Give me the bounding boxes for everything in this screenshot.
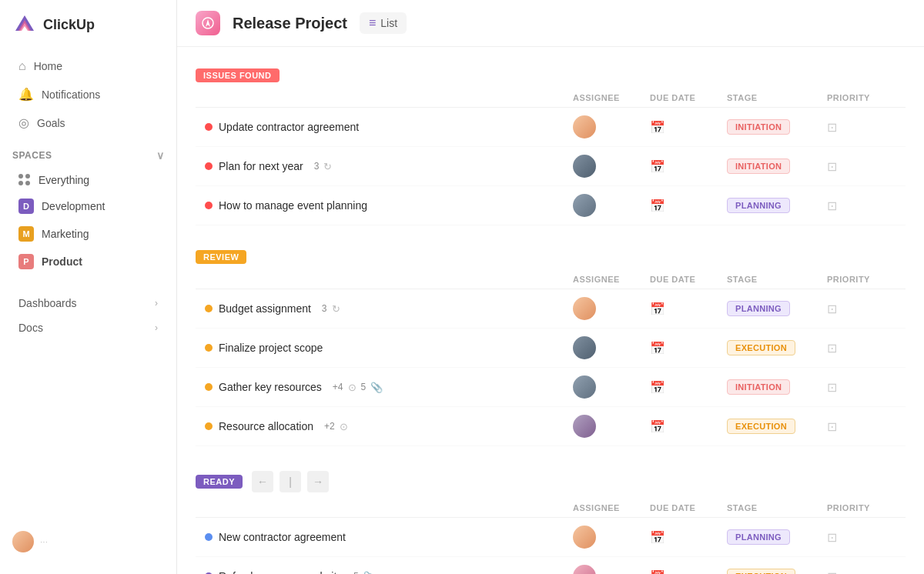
table-row[interactable]: Plan for next year 3 ↻ 📅 INITIATION ⊡ xyxy=(196,147,906,186)
task-priority: ⊡ xyxy=(827,419,896,434)
task-name: Plan for next year 3 ↻ xyxy=(205,160,573,172)
avatar xyxy=(573,526,596,549)
task-meta: 3 ↻ xyxy=(322,303,340,315)
spaces-chevron-icon: ∨ xyxy=(156,149,165,162)
task-text: How to manage event planning xyxy=(219,199,367,212)
task-assignee xyxy=(573,336,650,359)
table-row[interactable]: Refresh company website 5 📎 📅 EXECUTION … xyxy=(196,557,906,574)
duedate-col-header: DUE DATE xyxy=(650,503,727,512)
avatar xyxy=(573,565,596,574)
table-row[interactable]: New contractor agreement 📅 PLANNING ⊡ xyxy=(196,518,906,557)
user-avatar-area[interactable]: ··· xyxy=(0,522,176,562)
task-dot-red xyxy=(205,202,213,209)
sidebar-item-dashboards[interactable]: Dashboards › xyxy=(6,288,170,312)
bell-icon: 🔔 xyxy=(18,87,34,102)
ready-table-header: ASSIGNEE DUE DATE STAGE PRIORITY xyxy=(196,499,906,518)
section-review: REVIEW ASSIGNEE DUE DATE STAGE PRIORITY … xyxy=(196,244,906,446)
task-meta: 5 📎 xyxy=(353,571,376,575)
sidebar-item-docs[interactable]: Docs › xyxy=(6,312,170,337)
list-view-tab[interactable]: ≡ List xyxy=(360,12,407,34)
task-name: Update contractor agreement xyxy=(205,121,573,133)
assignee-col-header: ASSIGNEE xyxy=(573,275,650,284)
task-stage: INITIATION xyxy=(727,379,827,395)
task-meta: +4 ⊙ 5 📎 xyxy=(333,382,383,393)
priority-col-header: PRIORITY xyxy=(827,275,896,284)
table-row[interactable]: Budget assignment 3 ↻ 📅 PLANNING ⊡ xyxy=(196,289,906,329)
stage-badge: PLANNING xyxy=(727,198,790,213)
task-dot-yellow xyxy=(205,422,213,430)
calendar-icon: 📅 xyxy=(650,420,665,433)
priority-icon: ⊡ xyxy=(827,160,837,173)
issues-badge: ISSUES FOUND xyxy=(196,68,280,82)
priority-icon: ⊡ xyxy=(827,531,837,544)
sidebar-item-goals[interactable]: ◎ Goals xyxy=(6,108,170,137)
task-stage: EXECUTION xyxy=(727,419,827,434)
stage-col-header: STAGE xyxy=(727,503,827,512)
calendar-icon: 📅 xyxy=(650,199,665,212)
task-text: New contractor agreement xyxy=(219,531,346,543)
priority-col-header: PRIORITY xyxy=(827,503,896,512)
task-priority: ⊡ xyxy=(827,302,896,316)
task-assignee xyxy=(573,115,650,138)
sidebar-goals-label: Goals xyxy=(37,117,65,129)
task-duedate: 📅 xyxy=(650,569,727,575)
priority-icon: ⊡ xyxy=(827,342,837,355)
calendar-icon: 📅 xyxy=(650,160,665,173)
task-priority: ⊡ xyxy=(827,530,896,545)
clickup-logo-icon xyxy=(12,12,37,37)
table-row[interactable]: How to manage event planning 📅 PLANNING … xyxy=(196,186,906,225)
task-stage: PLANNING xyxy=(727,301,827,316)
control-btn-3[interactable]: → xyxy=(307,471,329,492)
task-assignee xyxy=(573,526,650,549)
main-content: Release Project ≡ List ISSUES FOUND ASSI… xyxy=(177,0,924,574)
stage-badge: INITIATION xyxy=(727,119,790,135)
task-dot-blue xyxy=(205,533,213,541)
sidebar-item-home[interactable]: ⌂ Home xyxy=(6,52,170,80)
task-duedate: 📅 xyxy=(650,159,727,174)
priority-col-header: PRIORITY xyxy=(827,93,896,102)
sidebar-item-product[interactable]: P Product xyxy=(6,248,170,275)
task-text: Finalize project scope xyxy=(219,342,323,354)
topbar: Release Project ≡ List xyxy=(177,0,924,47)
sidebar-everything-label: Everything xyxy=(38,174,89,186)
task-duedate: 📅 xyxy=(650,419,727,434)
assignee-col-header: ASSIGNEE xyxy=(573,93,650,102)
table-row[interactable]: Finalize project scope 📅 EXECUTION ⊡ xyxy=(196,329,906,368)
stage-badge: INITIATION xyxy=(727,379,790,395)
sidebar-item-marketing[interactable]: M Marketing xyxy=(6,220,170,248)
task-stage: EXECUTION xyxy=(727,569,827,574)
sidebar-home-label: Home xyxy=(34,60,62,72)
avatar xyxy=(573,297,596,320)
task-name: Gather key resources +4 ⊙ 5 📎 xyxy=(205,381,573,393)
stage-badge: EXECUTION xyxy=(727,340,795,355)
sidebar-item-development[interactable]: D Development xyxy=(6,192,170,220)
task-priority: ⊡ xyxy=(827,120,896,135)
section-issues: ISSUES FOUND ASSIGNEE DUE DATE STAGE PRI… xyxy=(196,62,906,225)
sidebar-notifications-label: Notifications xyxy=(42,88,100,101)
priority-icon: ⊡ xyxy=(827,199,837,212)
view-label: List xyxy=(380,17,397,29)
goals-icon: ◎ xyxy=(18,115,29,130)
priority-icon: ⊡ xyxy=(827,570,837,575)
calendar-icon: 📅 xyxy=(650,121,665,134)
table-row[interactable]: Update contractor agreement 📅 INITIATION… xyxy=(196,108,906,147)
user-avatar xyxy=(12,531,34,552)
control-btn-1[interactable]: ← xyxy=(252,471,273,492)
sidebar-item-everything[interactable]: Everything xyxy=(6,168,170,192)
task-text: Refresh company website xyxy=(219,570,343,574)
priority-icon: ⊡ xyxy=(827,302,837,315)
table-row[interactable]: Resource allocation +2 ⊙ 📅 EXECUTION ⊡ xyxy=(196,407,906,446)
issues-table-header: ASSIGNEE DUE DATE STAGE PRIORITY xyxy=(196,88,906,108)
sidebar-item-notifications[interactable]: 🔔 Notifications xyxy=(6,80,170,108)
assignee-col-header: ASSIGNEE xyxy=(573,503,650,512)
table-row[interactable]: Gather key resources +4 ⊙ 5 📎 📅 INITIATI… xyxy=(196,368,906,407)
control-btn-2[interactable]: | xyxy=(280,471,301,492)
svg-marker-3 xyxy=(206,19,210,27)
section-ready: READY ← | → ASSIGNEE DUE DATE STAGE PRIO… xyxy=(196,465,906,574)
marketing-dot: M xyxy=(18,226,34,242)
calendar-icon: 📅 xyxy=(650,531,665,544)
development-dot: D xyxy=(18,199,34,214)
task-priority: ⊡ xyxy=(827,341,896,355)
dashboards-chevron-icon: › xyxy=(155,298,158,309)
task-text: Update contractor agreement xyxy=(219,121,359,133)
